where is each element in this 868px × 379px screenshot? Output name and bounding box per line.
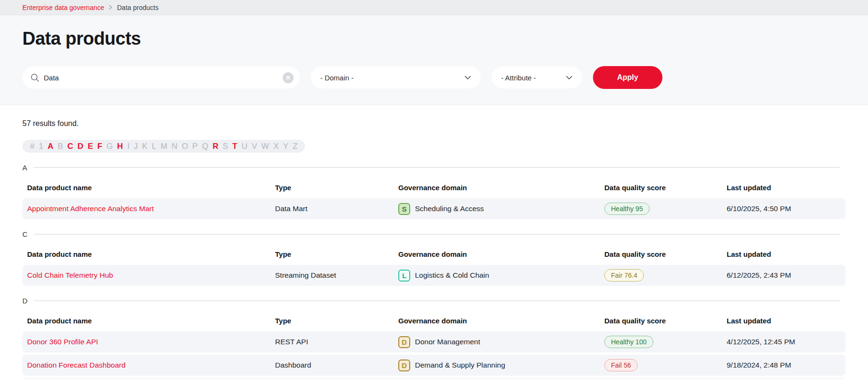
- alphabet-letter: 1: [39, 142, 43, 150]
- data-product-link[interactable]: Cold Chain Telemetry Hub: [27, 271, 113, 279]
- alphabet-letter[interactable]: H: [117, 142, 123, 150]
- alphabet-letter[interactable]: E: [88, 142, 93, 150]
- alphabet-letter: Q: [202, 142, 208, 150]
- attribute-select[interactable]: - Attribute -: [492, 67, 582, 88]
- data-product-link[interactable]: Donation Forecast Dashboard: [27, 361, 126, 369]
- column-header-updated: Last updated: [727, 184, 841, 192]
- type-cell: Dashboard: [275, 361, 398, 369]
- table-row: Donor 360 Profile API REST API D Donor M…: [22, 331, 846, 352]
- governance-domain-cell: D Demand & Supply Planning: [398, 360, 604, 371]
- alphabet-letter[interactable]: D: [78, 142, 83, 150]
- alphabet-letter: I: [127, 142, 129, 150]
- domain-select-value: - Domain -: [320, 74, 354, 82]
- search-icon: [30, 73, 39, 82]
- search-box[interactable]: ✕: [22, 67, 300, 88]
- type-cell: Data Mart: [275, 204, 398, 213]
- section-divider: [33, 167, 840, 168]
- last-updated-cell: 6/12/2025, 2:43 PM: [727, 271, 841, 280]
- clear-search-icon[interactable]: ✕: [283, 72, 294, 83]
- table-column-headers: Data product name Type Governance domain…: [22, 312, 846, 329]
- alphabet-letter: S: [223, 142, 228, 150]
- quality-score-badge: Fail 56: [604, 359, 638, 371]
- column-header-quality: Data quality score: [604, 184, 727, 192]
- page-title: Data products: [22, 29, 846, 49]
- data-product-link[interactable]: Appointment Adherence Analytics Mart: [27, 204, 154, 213]
- search-input[interactable]: [44, 74, 278, 82]
- alphabet-letter[interactable]: R: [213, 142, 218, 150]
- alphabet-letter: K: [142, 142, 148, 150]
- section-letter: C: [22, 230, 28, 238]
- filter-bar: ✕ - Domain - - Attribute - Apply: [22, 66, 846, 89]
- domain-initial-badge: D: [398, 336, 410, 348]
- chevron-down-icon: [566, 76, 572, 80]
- domain-label: Donor Management: [415, 338, 480, 346]
- alphabet-letter[interactable]: T: [232, 142, 237, 150]
- section-divider: [34, 234, 840, 234]
- column-header-domain: Governance domain: [398, 250, 604, 258]
- section-letter: D: [22, 297, 28, 305]
- alphabet-letter: B: [58, 142, 63, 150]
- column-header-type: Type: [275, 250, 398, 258]
- domain-label: Demand & Supply Planning: [415, 361, 505, 369]
- section-header: D: [22, 297, 846, 305]
- breadcrumb-link-enterprise-data-governance[interactable]: Enterprise data governance: [22, 4, 104, 11]
- alphabet-letter[interactable]: C: [68, 142, 73, 150]
- quality-score-badge: Healthy 95: [604, 203, 650, 215]
- governance-domain-cell: D Donor Management: [398, 336, 604, 348]
- alphabet-letter[interactable]: A: [48, 142, 53, 150]
- breadcrumb: Enterprise data governance Data products: [0, 0, 868, 15]
- alphabet-letter: O: [182, 142, 188, 150]
- table-column-headers: Data product name Type Governance domain…: [22, 245, 846, 262]
- column-header-name: Data product name: [27, 317, 275, 325]
- last-updated-cell: 9/18/2024, 2:48 PM: [727, 361, 841, 369]
- alphabet-letter: Z: [293, 142, 297, 150]
- column-header-quality: Data quality score: [604, 250, 727, 258]
- column-header-updated: Last updated: [727, 250, 841, 258]
- alphabet-nav: #1ABCDEFGHIJKLMNOPQRSTUVWXYZ: [22, 140, 305, 153]
- results-area: 57 results found. #1ABCDEFGHIJKLMNOPQRST…: [0, 119, 868, 379]
- section-header: C: [22, 230, 846, 238]
- governance-domain-cell: S Scheduling & Access: [398, 203, 604, 215]
- governance-domain-cell: L Logistics & Cold Chain: [398, 270, 604, 282]
- domain-select[interactable]: - Domain -: [311, 67, 481, 88]
- page-header: Data products ✕ - Domain - - Attribute -…: [0, 15, 868, 105]
- domain-label: Logistics & Cold Chain: [415, 271, 489, 280]
- chevron-right-icon: [108, 5, 113, 10]
- alphabet-letter: X: [273, 142, 278, 150]
- column-header-name: Data product name: [27, 250, 275, 258]
- alphabet-letter: J: [134, 142, 138, 150]
- column-header-type: Type: [275, 184, 398, 192]
- quality-score-badge: Healthy 100: [604, 336, 653, 348]
- alphabet-letter: L: [152, 142, 156, 150]
- breadcrumb-current: Data products: [117, 4, 158, 11]
- last-updated-cell: 6/10/2025, 4:50 PM: [727, 204, 841, 213]
- table-row: Appointment Adherence Analytics Mart Dat…: [22, 198, 846, 219]
- chevron-down-icon: [464, 76, 471, 80]
- type-cell: Streaming Dataset: [275, 271, 398, 280]
- last-updated-cell: 4/12/2025, 12:45 PM: [727, 338, 841, 346]
- quality-score-badge: Fair 76.4: [604, 269, 644, 282]
- domain-initial-badge: L: [398, 270, 410, 282]
- domain-initial-badge: D: [398, 360, 410, 371]
- data-product-link[interactable]: Donor 360 Profile API: [27, 338, 98, 346]
- alphabet-letter[interactable]: F: [97, 142, 102, 150]
- alphabet-letter: N: [172, 142, 178, 150]
- section-rows: Cold Chain Telemetry Hub Streaming Datas…: [22, 265, 846, 286]
- table-row: Cold Chain Telemetry Hub Streaming Datas…: [22, 265, 846, 286]
- sections: A Data product name Type Governance doma…: [22, 164, 846, 379]
- column-header-domain: Governance domain: [398, 317, 604, 325]
- table-column-headers: Data product name Type Governance domain…: [22, 179, 846, 196]
- alphabet-letter: U: [242, 142, 247, 150]
- section-rows: Appointment Adherence Analytics Mart Dat…: [22, 198, 846, 219]
- domain-label: Scheduling & Access: [415, 204, 484, 213]
- alphabet-letter: G: [107, 142, 113, 150]
- section-letter: A: [22, 164, 27, 172]
- apply-button[interactable]: Apply: [593, 66, 662, 89]
- results-summary: 57 results found.: [22, 119, 846, 128]
- alphabet-letter: #: [30, 142, 34, 150]
- type-cell: REST API: [275, 338, 398, 346]
- table-row: Donation Forecast Dashboard Dashboard D …: [22, 355, 846, 376]
- attribute-select-value: - Attribute -: [501, 74, 536, 82]
- letter-section: D Data product name Type Governance doma…: [22, 297, 846, 379]
- section-rows: Donor 360 Profile API REST API D Donor M…: [22, 331, 846, 379]
